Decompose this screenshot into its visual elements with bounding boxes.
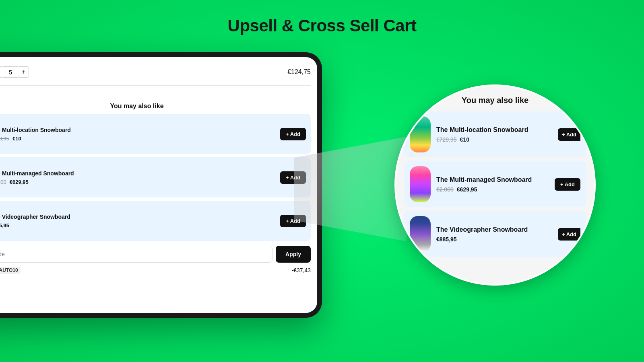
- quantity-controls: - 5 +: [0, 66, 29, 78]
- quantity-plus-button[interactable]: +: [18, 66, 29, 78]
- rec-name-multimanaged: The Multi-managed Snowboard: [0, 170, 275, 177]
- rec-price-new-multilocation: €10: [12, 136, 21, 142]
- mag-add-button-multimanaged[interactable]: + Add: [555, 178, 580, 191]
- mag-price-new-multimanaged: €629,95: [457, 186, 477, 193]
- discount-row: Apply: [0, 246, 311, 263]
- discount-label: Discounts 🏷 AUTO10: [0, 267, 21, 274]
- mag-card-multimanaged: The Multi-managed Snowboard €2.000 €629,…: [404, 161, 586, 207]
- quantity-row: - 5 + €124,75: [0, 57, 311, 86]
- mag-info-videographer: The Videographer Snowboard €885,95: [436, 226, 552, 243]
- mag-price-videographer: €885,95: [436, 236, 457, 243]
- apply-button[interactable]: Apply: [276, 246, 311, 263]
- device-frame: - 5 + €124,75 Add a note You may also li…: [0, 52, 322, 318]
- page-title: Upsell & Cross Sell Cart: [0, 0, 644, 35]
- mag-title: You may also like: [404, 96, 586, 105]
- rec-info-multilocation: The Multi-location Snowboard €729,95 €10: [0, 126, 275, 141]
- rec-price-old-multilocation: €729,95: [0, 136, 9, 142]
- add-button-videographer[interactable]: + Add: [280, 215, 306, 227]
- item-price: €124,75: [287, 68, 311, 76]
- rec-price-old-multimanaged: €2.000: [0, 179, 6, 185]
- mag-add-button-videographer[interactable]: + Add: [558, 228, 580, 241]
- rec-name-videographer: The Videographer Snowboard: [0, 213, 275, 220]
- mag-snowboard-multimanaged: [410, 166, 431, 202]
- rec-info-videographer: The Videographer Snowboard €885,95: [0, 213, 275, 228]
- mag-info-multimanaged: The Multi-managed Snowboard €2.000 €629,…: [436, 176, 549, 193]
- magnified-overlay: You may also like The Multi-location Sno…: [394, 84, 596, 286]
- magnified-content: You may also like The Multi-location Sno…: [396, 86, 594, 284]
- mag-prices-multimanaged: €2.000 €629,95: [436, 186, 549, 193]
- rec-prices-multilocation: €729,95 €10: [0, 136, 275, 142]
- discounts-row: Discounts 🏷 AUTO10 -€37,43: [0, 267, 311, 274]
- rec-price-videographer: €885,95: [0, 222, 9, 228]
- mag-prices-videographer: €885,95: [436, 236, 552, 243]
- mag-prices-multilocation: €729,95 €10: [436, 136, 552, 143]
- mag-name-videographer: The Videographer Snowboard: [436, 226, 552, 234]
- quantity-value: 5: [3, 66, 18, 78]
- rec-card-multilocation: The Multi-location Snowboard €729,95 €10…: [0, 114, 311, 154]
- add-note-link[interactable]: Add a note: [0, 86, 311, 99]
- rec-prices-videographer: €885,95: [0, 222, 275, 228]
- add-button-multimanaged[interactable]: + Add: [280, 171, 306, 184]
- device-wrapper: - 5 + €124,75 Add a note You may also li…: [137, 52, 507, 318]
- mag-price-new-multilocation: €10: [460, 136, 469, 143]
- mag-image-multimanaged: [410, 166, 431, 202]
- cart-content: - 5 + €124,75 Add a note You may also li…: [0, 57, 317, 313]
- discount-tag: 🏷 AUTO10: [0, 267, 21, 274]
- rec-card-videographer: The Videographer Snowboard €885,95 + Add: [0, 201, 311, 241]
- mag-card-multilocation: The Multi-location Snowboard €729,95 €10…: [404, 111, 586, 157]
- rec-prices-multimanaged: €2.000 €629,95: [0, 179, 275, 185]
- mag-name-multimanaged: The Multi-managed Snowboard: [436, 176, 549, 184]
- mag-price-old-multilocation: €729,95: [436, 136, 457, 143]
- rec-card-multimanaged: The Multi-managed Snowboard €2.000 €629,…: [0, 157, 311, 197]
- device-screen: - 5 + €124,75 Add a note You may also li…: [0, 57, 317, 313]
- mag-info-multilocation: The Multi-location Snowboard €729,95 €10: [436, 126, 552, 143]
- mag-card-videographer: The Videographer Snowboard €885,95 + Add: [404, 211, 586, 257]
- mag-add-button-multilocation[interactable]: + Add: [558, 128, 580, 141]
- mag-image-multilocation: [410, 116, 431, 152]
- mag-name-multilocation: The Multi-location Snowboard: [436, 126, 552, 134]
- rec-price-new-multimanaged: €629,95: [10, 179, 29, 185]
- mag-price-old-multimanaged: €2.000: [436, 186, 454, 193]
- you-may-like-title: You may also like: [0, 103, 311, 110]
- mag-image-videographer: [410, 216, 431, 252]
- discount-input[interactable]: [0, 246, 272, 263]
- discount-amount: -€37,43: [292, 267, 311, 274]
- discount-code-text: AUTO10: [0, 267, 18, 273]
- quantity-minus-button[interactable]: -: [0, 66, 3, 78]
- mag-snowboard-videographer: [410, 216, 431, 252]
- rec-name-multilocation: The Multi-location Snowboard: [0, 126, 275, 134]
- add-button-multilocation[interactable]: + Add: [280, 128, 306, 140]
- rec-info-multimanaged: The Multi-managed Snowboard €2.000 €629,…: [0, 170, 275, 185]
- mag-snowboard-multilocation: [410, 116, 431, 152]
